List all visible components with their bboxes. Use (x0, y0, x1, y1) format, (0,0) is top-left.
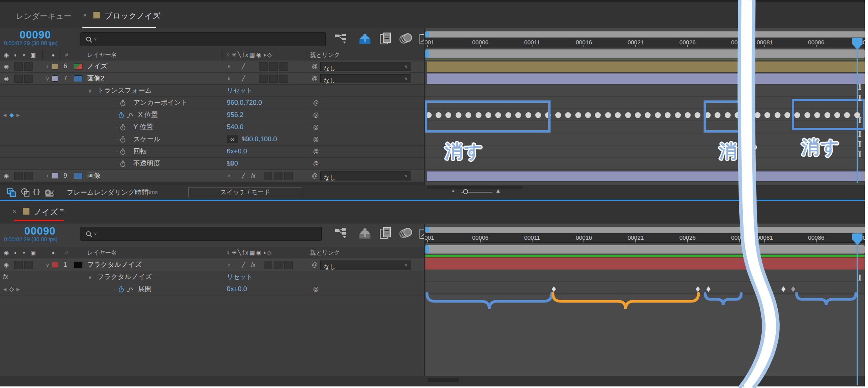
timeline-area-bottom[interactable]: 0001000060001100016000210002600031000810… (425, 224, 865, 386)
zoom-out-icon[interactable]: ▲ (451, 188, 455, 193)
shapes-icon[interactable] (20, 188, 31, 198)
playhead-line[interactable] (857, 233, 858, 385)
prop-label[interactable]: Y 位置 (133, 121, 153, 133)
twirl-icon[interactable]: ∨ (46, 259, 49, 271)
prop-value[interactable]: 960.0,720.0 (227, 97, 262, 109)
zoom-in-icon[interactable]: ▲ (495, 187, 501, 194)
zoom-slider-knob[interactable] (463, 189, 468, 194)
value-graph-icon[interactable] (126, 287, 133, 292)
comp-color-swatch[interactable] (23, 208, 29, 215)
pickwhip-icon[interactable]: @ (312, 60, 317, 72)
prop-label[interactable]: アンカーポイント (133, 97, 188, 109)
parent-link-header[interactable]: 親とリンク (310, 247, 340, 258)
label-color-swatch[interactable] (52, 63, 58, 69)
timeline-area-top[interactable]: 0001000060001100016000210002600031000810… (425, 28, 865, 199)
parent-dropdown[interactable]: なし∨ (320, 62, 411, 71)
prop-label[interactable]: 不透明度 (133, 158, 160, 169)
draft-switch-icon[interactable]: ╱ (242, 170, 245, 182)
search-input[interactable]: ∨ (80, 32, 326, 46)
twirl-icon[interactable]: › (46, 170, 48, 182)
pickwhip-icon[interactable]: @ (312, 170, 317, 182)
prop-label[interactable]: X 位置 (138, 109, 158, 121)
twirl-icon[interactable]: ∨ (88, 85, 92, 97)
effect-label[interactable]: フラクタルノイズ (97, 271, 152, 283)
parent-dropdown[interactable]: なし∨ (320, 74, 411, 83)
pickwhip-icon[interactable]: @ (313, 283, 319, 295)
playhead-line[interactable] (857, 38, 858, 183)
layer-bar-noise[interactable] (427, 61, 865, 72)
work-area-start-handle[interactable] (425, 49, 429, 58)
keyframe-at-time-outline-icon[interactable]: ◇ (9, 283, 14, 295)
prop-row-y-position[interactable]: · Y 位置 540.0 @ (0, 121, 424, 133)
transform-group-row[interactable]: ∨ トランスフォーム リセット (0, 85, 424, 97)
layer-name[interactable]: 画像2 (87, 73, 104, 84)
parent-link-header[interactable]: 親とリンク (310, 49, 340, 60)
stopwatch-active-icon[interactable] (119, 112, 124, 118)
layer-row-fractal-noise[interactable]: ◉ ∨ 1 フラクタルノイズ ♀ ╱ fx @ なし∨ (0, 259, 424, 271)
draft-switch-icon[interactable]: ╱ (242, 259, 245, 271)
work-area-bar[interactable] (425, 245, 865, 254)
prop-label[interactable]: 展開 (138, 283, 151, 295)
layer-row-noise[interactable]: ◉ › 6 ノイズ ♀ ╱ @ なし∨ (0, 60, 424, 73)
timeline-h-scrollbar[interactable] (427, 186, 523, 189)
quality-switch-icon[interactable]: ♀ (227, 60, 231, 72)
label-color-swatch[interactable] (52, 262, 58, 268)
parent-dropdown[interactable]: なし∨ (320, 260, 411, 270)
draft-switch-icon[interactable]: ╱ (242, 60, 245, 72)
time-navigator-bar[interactable] (425, 227, 865, 233)
panel-menu-icon[interactable]: ≡ (60, 207, 64, 215)
stopwatch-icon[interactable] (120, 148, 126, 155)
stopwatch-icon[interactable] (120, 160, 126, 167)
layer-name[interactable]: フラクタルノイズ (87, 259, 142, 271)
reset-link[interactable]: リセット (227, 85, 253, 97)
tab-block-noise[interactable]: ブロックノイズ (104, 11, 160, 21)
pickwhip-icon[interactable]: @ (312, 259, 317, 271)
layer-row-image[interactable]: ◉ › 9 画像 ♀ ╱ fx @ なし∨ (0, 170, 424, 182)
time-navigator-bar[interactable] (425, 31, 865, 38)
eye-icon[interactable]: ◉ (4, 73, 9, 84)
quality-switch-icon[interactable]: ♀ (227, 259, 231, 271)
search-input[interactable]: ∨ (80, 227, 322, 241)
time-ruler-top[interactable]: 0001000060001100016000210002600031000810… (425, 38, 865, 47)
prop-label[interactable]: 回転 (133, 146, 147, 157)
navigator-start-handle[interactable] (425, 227, 429, 233)
link-dimensions-icon[interactable]: ∞ (227, 135, 238, 143)
layer-name[interactable]: ノイズ (87, 60, 108, 72)
next-keyframe-icon[interactable]: ▶ (16, 283, 20, 295)
twirl-icon[interactable]: › (46, 60, 48, 72)
pickwhip-icon[interactable]: @ (312, 73, 317, 84)
quality-switch-icon[interactable]: ♀ (227, 170, 231, 182)
tab-close-icon[interactable]: × (83, 12, 87, 19)
pickwhip-icon[interactable]: @ (313, 146, 319, 157)
prop-value[interactable]: 956.2 (227, 109, 244, 121)
work-area-start-handle[interactable] (425, 245, 429, 253)
prop-row-scale[interactable]: · スケール ∞ 100.0,100.0% @ (0, 133, 424, 146)
prop-row-opacity[interactable]: · 不透明度 100% @ (0, 158, 424, 170)
frame-blending-icon[interactable] (379, 226, 394, 241)
prop-value[interactable]: 540.0 (227, 121, 244, 133)
next-keyframe-icon[interactable]: ▶ (16, 109, 20, 121)
comp-flowchart-icon[interactable] (334, 33, 348, 45)
effect-group-row[interactable]: fx ∨ フラクタルノイズ リセット (0, 271, 424, 283)
current-frame-display[interactable]: 00090 (20, 29, 51, 41)
pickwhip-icon[interactable]: @ (313, 109, 319, 121)
draft-3d-icon[interactable] (357, 227, 373, 240)
draft-switch-icon[interactable]: ╱ (242, 73, 245, 84)
motion-blur-icon[interactable] (398, 32, 414, 46)
h-scrollbar-thumb[interactable] (428, 378, 459, 382)
navigator-start-handle[interactable] (425, 31, 429, 37)
keyframe-at-time-icon[interactable]: ◆ (9, 109, 14, 121)
frame-blending-icon[interactable] (379, 31, 394, 46)
switches-modes-button[interactable]: スイッチ / モード (188, 187, 302, 197)
stopwatch-icon[interactable] (120, 100, 126, 106)
layer-name[interactable]: 画像 (87, 170, 100, 182)
prop-row-evolution[interactable]: ◀ ◇ ▶ · 展開 0x+0.0° @ (0, 283, 424, 295)
comp-color-swatch[interactable] (93, 12, 100, 18)
layer-bar-image2[interactable] (427, 73, 865, 84)
pickwhip-icon[interactable]: @ (313, 121, 319, 133)
in-out-icon[interactable]: { } (33, 187, 40, 197)
prop-label[interactable]: スケール (133, 133, 160, 145)
eye-icon[interactable]: ◉ (4, 60, 9, 72)
pickwhip-icon[interactable]: @ (313, 97, 319, 109)
stopwatch-icon[interactable] (120, 124, 126, 131)
